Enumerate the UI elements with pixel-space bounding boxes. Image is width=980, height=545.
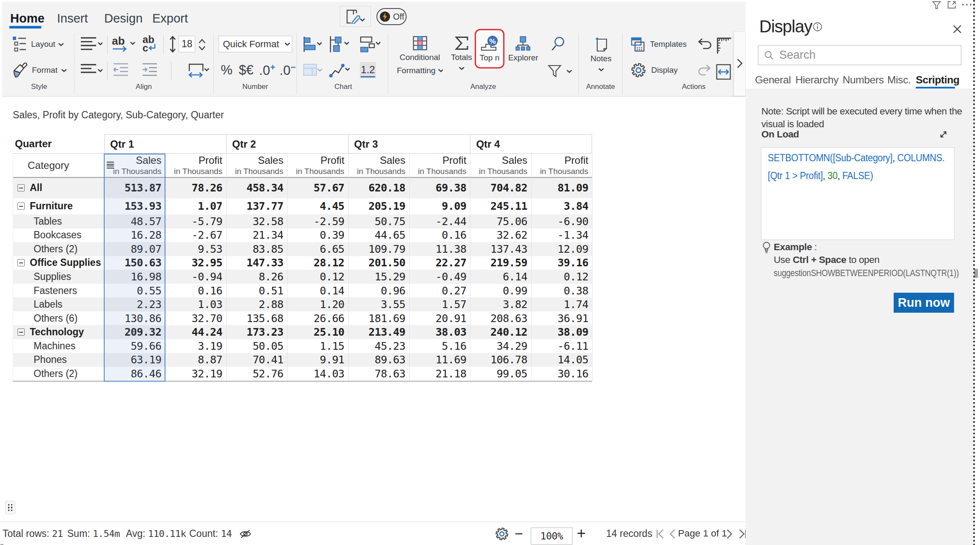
value-cell[interactable]: 209.32	[104, 326, 165, 338]
table-row[interactable]: Phones63.198.8770.419.9189.6311.69106.78…	[13, 353, 592, 367]
value-cell[interactable]: -2.67	[165, 229, 226, 241]
value-cell[interactable]: 245.11	[470, 200, 531, 212]
value-cell[interactable]: -6.11	[531, 340, 592, 352]
waterfall-chart-dropdown[interactable]	[329, 34, 350, 54]
value-cell[interactable]: 99.05	[470, 368, 531, 380]
value-cell[interactable]: 9.53	[165, 243, 226, 255]
value-cell[interactable]: 205.19	[348, 200, 409, 212]
value-cell[interactable]: 137.43	[470, 243, 531, 255]
table-row[interactable]: All513.8778.26458.3457.67620.1869.38704.…	[13, 178, 592, 198]
indent-button[interactable]	[142, 60, 157, 80]
value-cell[interactable]: 219.59	[470, 257, 531, 269]
drag-grip-button[interactable]	[5, 501, 15, 514]
value-cell[interactable]: 147.33	[226, 257, 287, 269]
table-row[interactable]: Tables48.57-5.7932.58-2.5950.75-2.4475.0…	[13, 214, 592, 228]
value-cell[interactable]: 1.03	[165, 298, 226, 311]
ribbon-expand-button[interactable]	[734, 31, 746, 96]
eye-off-icon[interactable]	[239, 529, 251, 539]
redo-button[interactable]	[697, 65, 712, 79]
value-cell[interactable]: 0.16	[165, 285, 226, 297]
value-cell[interactable]: 2.88	[226, 298, 287, 311]
search-button[interactable]	[551, 36, 565, 53]
value-cell[interactable]: 513.87	[104, 182, 165, 194]
resize-ruler-button[interactable]	[716, 36, 731, 54]
value-cell[interactable]: 89.07	[104, 243, 165, 255]
outdent-button[interactable]	[113, 60, 128, 80]
value-cell[interactable]: 137.77	[226, 200, 287, 212]
value-cell[interactable]: 3.84	[531, 200, 592, 212]
tab-general[interactable]: General	[755, 74, 791, 86]
value-cell[interactable]: -5.79	[165, 215, 226, 228]
focus-mode-icon[interactable]	[947, 1, 956, 9]
value-cell[interactable]: 32.70	[165, 312, 226, 325]
value-cell[interactable]: 32.62	[470, 229, 531, 241]
quarter-header[interactable]: Qtr 3	[348, 134, 470, 153]
percent-button[interactable]: %	[221, 63, 233, 78]
value-cell[interactable]: 70.41	[226, 354, 287, 366]
value-cell[interactable]: 44.24	[165, 326, 226, 338]
value-cell[interactable]: 3.55	[348, 298, 409, 311]
totals-button[interactable]: Totals	[448, 36, 475, 70]
value-cell[interactable]: 81.09	[531, 182, 592, 194]
value-cell[interactable]: 0.99	[470, 285, 531, 297]
value-cell[interactable]: 181.69	[348, 312, 409, 325]
combo-chart-dropdown[interactable]	[360, 34, 381, 54]
templates-button[interactable]: Templates	[631, 34, 687, 54]
quick-format-select[interactable]: Quick Format	[219, 36, 292, 52]
top-n-button[interactable]: % Top n	[475, 36, 504, 64]
value-cell[interactable]: 3.82	[470, 298, 531, 311]
value-cell[interactable]: -2.44	[409, 215, 470, 228]
value-cell[interactable]: 30.16	[531, 368, 592, 380]
value-cell[interactable]: 109.79	[348, 243, 409, 255]
edit-mode-dropdown[interactable]	[340, 6, 371, 27]
measure-header[interactable]: Salesin Thousands	[348, 154, 409, 177]
quarter-header[interactable]: Qtr 1	[104, 134, 226, 153]
table-row[interactable]: Others (2)89.079.5383.856.65109.7911.381…	[13, 242, 592, 256]
tab-numbers[interactable]: Numbers	[843, 74, 884, 86]
prev-page-icon[interactable]	[669, 529, 676, 539]
value-cell[interactable]: 44.65	[348, 229, 409, 241]
value-cell[interactable]: 240.12	[470, 326, 531, 338]
column-width-dropdown[interactable]	[188, 60, 210, 80]
settings-gear-icon[interactable]	[495, 527, 509, 541]
value-cell[interactable]: 50.75	[348, 215, 409, 228]
value-cell[interactable]: 458.34	[226, 182, 287, 194]
tab-home[interactable]: Home	[10, 11, 45, 26]
tab-design[interactable]: Design	[104, 11, 142, 26]
measure-header[interactable]: Salesin Thousands	[104, 154, 165, 177]
value-cell[interactable]: 38.09	[531, 326, 592, 338]
value-cell[interactable]: 75.06	[470, 215, 531, 228]
value-cell[interactable]: 213.49	[348, 326, 409, 338]
value-cell[interactable]: 32.19	[165, 368, 226, 380]
value-cell[interactable]: 39.16	[531, 257, 592, 269]
value-cell[interactable]: 5.16	[409, 340, 470, 352]
fit-width-button[interactable]	[716, 64, 731, 80]
value-cell[interactable]: 1.20	[287, 298, 348, 311]
bar-chart-dropdown[interactable]	[303, 34, 322, 54]
value-cell[interactable]: 21.34	[226, 229, 287, 241]
visual-selection-border[interactable]	[973, 0, 975, 545]
value-cell[interactable]: 57.67	[287, 182, 348, 194]
value-cell[interactable]: -0.49	[409, 271, 470, 283]
value-cell[interactable]: 201.50	[348, 257, 409, 269]
value-cell[interactable]: 8.87	[165, 354, 226, 366]
table-view-dropdown[interactable]	[303, 60, 322, 80]
tab-insert[interactable]: Insert	[57, 11, 88, 26]
table-row[interactable]: Furniture153.931.07137.774.45205.199.092…	[13, 198, 592, 214]
value-cell[interactable]: 0.51	[226, 285, 287, 297]
value-cell[interactable]: 78.26	[165, 182, 226, 194]
first-page-icon[interactable]	[656, 529, 666, 539]
value-cell[interactable]: 45.23	[348, 340, 409, 352]
power-toggle[interactable]: Off	[376, 8, 407, 25]
value-cell[interactable]: -6.90	[531, 215, 592, 228]
font-size-stepper[interactable]: 18	[179, 36, 195, 52]
value-cell[interactable]: 6.14	[470, 271, 531, 283]
value-cell[interactable]: 2.23	[104, 298, 165, 311]
category-header[interactable]: Category	[13, 154, 104, 177]
value-cell[interactable]: 15.29	[348, 271, 409, 283]
row-height-button[interactable]	[168, 34, 177, 54]
value-cell[interactable]: 6.65	[287, 243, 348, 255]
notes-button[interactable]: Notes	[587, 37, 615, 71]
format-button[interactable]: Format	[11, 60, 67, 80]
undo-button[interactable]	[696, 37, 712, 53]
